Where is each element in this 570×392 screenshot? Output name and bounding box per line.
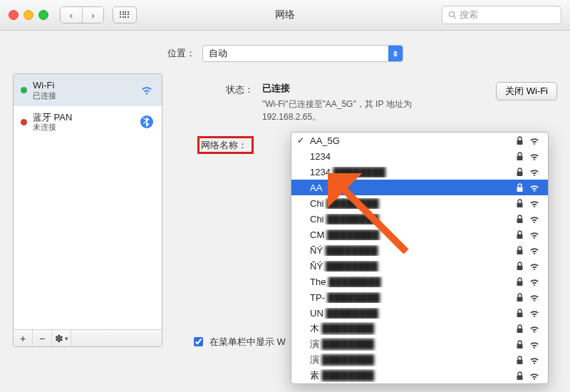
location-label: 位置： bbox=[167, 47, 195, 60]
wifi-icon bbox=[528, 340, 541, 349]
bluetooth-icon bbox=[139, 114, 155, 130]
lock-icon bbox=[516, 324, 524, 334]
remove-interface-button[interactable]: − bbox=[33, 330, 52, 346]
interface-actions-menu[interactable]: ✽ bbox=[52, 330, 71, 346]
network-item[interactable]: 木 ████████ bbox=[291, 321, 548, 336]
wifi-icon bbox=[528, 246, 541, 255]
svg-rect-7 bbox=[517, 202, 523, 207]
status-description: "Wi-Fi"已连接至"AA_5G"，其 IP 地址为 192.168.2.65… bbox=[262, 98, 469, 123]
svg-rect-14 bbox=[517, 312, 523, 317]
sidebar-item-蓝牙-pan[interactable]: 蓝牙 PAN未连接 bbox=[14, 106, 162, 138]
wifi-icon bbox=[528, 183, 541, 192]
lock-icon bbox=[516, 356, 524, 365]
wifi-icon bbox=[139, 82, 155, 98]
wifi-toggle-button[interactable]: 关闭 Wi-Fi bbox=[496, 82, 557, 100]
svg-rect-16 bbox=[517, 344, 523, 349]
svg-rect-5 bbox=[517, 171, 523, 176]
lock-icon bbox=[516, 309, 524, 318]
lock-icon bbox=[516, 293, 524, 302]
network-item[interactable]: AA bbox=[291, 180, 548, 195]
wifi-icon bbox=[528, 230, 541, 239]
lock-icon bbox=[516, 199, 524, 208]
zoom-window-button[interactable] bbox=[38, 10, 48, 20]
lock-icon bbox=[516, 277, 524, 287]
nav-back-button[interactable]: ‹ bbox=[61, 7, 82, 23]
network-item[interactable]: ÑÝ ████████ bbox=[291, 258, 548, 274]
svg-rect-10 bbox=[517, 249, 523, 254]
status-label: 状态： bbox=[175, 82, 254, 123]
interfaces-list: Wi-Fi已连接蓝牙 PAN未连接 + − ✽ bbox=[13, 73, 162, 347]
network-item-label: 演 ████████ bbox=[310, 354, 516, 366]
minimize-window-button[interactable] bbox=[24, 10, 33, 20]
network-item-label: Chi ████████ bbox=[310, 214, 516, 225]
interface-sub: 未连接 bbox=[33, 123, 72, 132]
wifi-icon bbox=[528, 371, 541, 381]
network-item[interactable]: Chi ████████ bbox=[291, 211, 548, 227]
network-item-label: TP- ████████ bbox=[310, 292, 516, 303]
svg-line-1 bbox=[454, 16, 456, 19]
network-item[interactable]: CM ████████ bbox=[291, 227, 548, 242]
show-in-menubar-checkbox[interactable] bbox=[194, 337, 203, 346]
network-item[interactable]: 素 ████████ bbox=[291, 368, 548, 383]
network-item-label: AA_5G bbox=[310, 135, 516, 146]
search-icon bbox=[448, 11, 457, 19]
network-item[interactable]: TP- ████████ bbox=[291, 289, 548, 305]
updown-arrows-icon bbox=[388, 46, 403, 61]
wifi-icon bbox=[528, 262, 541, 271]
svg-rect-9 bbox=[517, 234, 523, 239]
network-item-label: 1234 bbox=[310, 151, 516, 162]
network-name-label: 网络名称： bbox=[197, 136, 254, 154]
svg-rect-11 bbox=[517, 265, 523, 270]
network-item-label: UN ████████ bbox=[310, 308, 516, 319]
svg-rect-6 bbox=[517, 187, 523, 192]
sidebar-item-wi-fi[interactable]: Wi-Fi已连接 bbox=[14, 74, 162, 106]
network-item[interactable]: ÑÝ ████████ bbox=[291, 242, 548, 258]
svg-rect-3 bbox=[517, 140, 523, 145]
interface-name: 蓝牙 PAN bbox=[33, 112, 72, 123]
wifi-icon bbox=[528, 136, 541, 145]
lock-icon bbox=[516, 183, 524, 192]
lock-icon bbox=[516, 262, 524, 271]
network-item-label: The ████████ bbox=[310, 277, 516, 287]
wifi-icon bbox=[528, 215, 541, 224]
nav-forward-button[interactable]: › bbox=[82, 7, 103, 23]
svg-rect-13 bbox=[517, 296, 523, 301]
location-select[interactable]: 自动 bbox=[202, 45, 403, 62]
search-placeholder: 搜索 bbox=[460, 9, 478, 21]
network-item[interactable]: AA_5G bbox=[291, 133, 548, 148]
svg-rect-4 bbox=[517, 155, 523, 160]
add-interface-button[interactable]: + bbox=[14, 330, 33, 346]
network-name-dropdown[interactable]: AA_5G12341234 ████████AAChi ████████Chi … bbox=[291, 132, 549, 384]
show-all-prefs-button[interactable] bbox=[113, 6, 137, 24]
network-item-label: Chi ████████ bbox=[310, 198, 516, 209]
svg-rect-17 bbox=[517, 359, 523, 364]
network-item[interactable]: 演 ████████ bbox=[291, 336, 548, 352]
wifi-icon bbox=[528, 199, 541, 208]
network-item[interactable]: 1234 ████████ bbox=[291, 164, 548, 180]
lock-icon bbox=[516, 246, 524, 255]
lock-icon bbox=[516, 371, 524, 381]
network-item[interactable]: 1234 bbox=[291, 148, 548, 164]
nav-back-forward: ‹ › bbox=[60, 6, 104, 24]
network-item[interactable]: 演 ████████ bbox=[291, 352, 548, 368]
lock-icon bbox=[516, 152, 524, 161]
wifi-icon bbox=[528, 167, 541, 177]
network-item[interactable]: The ████████ bbox=[291, 274, 548, 289]
svg-rect-12 bbox=[517, 281, 523, 286]
network-item[interactable]: Chi ████████ bbox=[291, 195, 548, 211]
network-item-label: ÑÝ ████████ bbox=[310, 261, 516, 272]
search-field[interactable]: 搜索 bbox=[442, 6, 561, 24]
close-window-button[interactable] bbox=[9, 10, 19, 20]
lock-icon bbox=[516, 215, 524, 224]
location-value: 自动 bbox=[203, 47, 388, 60]
svg-point-0 bbox=[450, 12, 455, 17]
network-item-label: 1234 ████████ bbox=[310, 167, 516, 177]
lock-icon bbox=[516, 230, 524, 239]
network-item-label: AA bbox=[310, 182, 516, 193]
network-item[interactable]: UN ████████ bbox=[291, 305, 548, 321]
svg-rect-18 bbox=[517, 375, 523, 380]
interface-name: Wi-Fi bbox=[33, 80, 56, 91]
wifi-icon bbox=[528, 309, 541, 318]
lock-icon bbox=[516, 340, 524, 349]
wifi-icon bbox=[528, 152, 541, 161]
